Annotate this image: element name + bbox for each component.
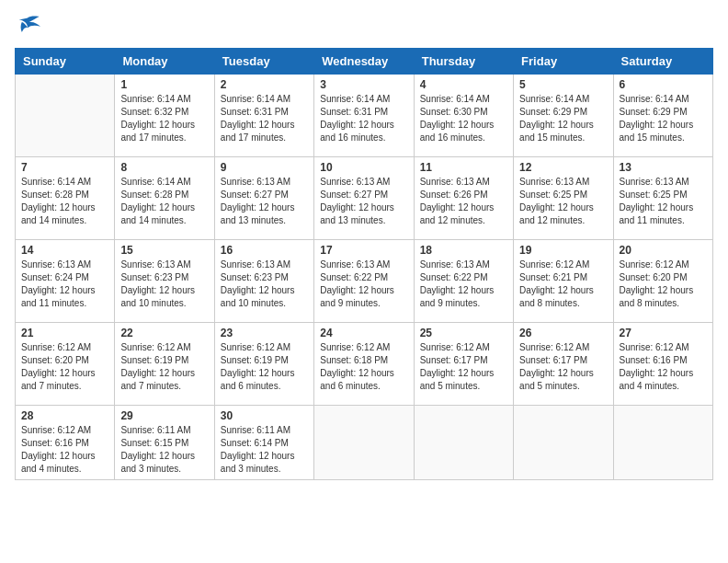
day-info: Sunrise: 6:13 AM Sunset: 6:22 PM Dayligh… xyxy=(320,259,407,310)
calendar-cell: 3Sunrise: 6:14 AM Sunset: 6:31 PM Daylig… xyxy=(314,75,414,157)
day-info: Sunrise: 6:13 AM Sunset: 6:24 PM Dayligh… xyxy=(21,259,108,310)
column-header-friday: Friday xyxy=(514,49,613,75)
day-info: Sunrise: 6:13 AM Sunset: 6:22 PM Dayligh… xyxy=(420,259,507,310)
day-number: 29 xyxy=(120,409,208,422)
day-info: Sunrise: 6:13 AM Sunset: 6:27 PM Dayligh… xyxy=(320,176,407,227)
day-info: Sunrise: 6:11 AM Sunset: 6:15 PM Dayligh… xyxy=(120,424,208,476)
calendar-header-row: SundayMondayTuesdayWednesdayThursdayFrid… xyxy=(16,49,713,75)
day-info: Sunrise: 6:13 AM Sunset: 6:26 PM Dayligh… xyxy=(420,176,507,227)
calendar-week-1: 1Sunrise: 6:14 AM Sunset: 6:32 PM Daylig… xyxy=(16,75,713,157)
calendar-cell: 1Sunrise: 6:14 AM Sunset: 6:32 PM Daylig… xyxy=(115,75,214,157)
day-info: Sunrise: 6:13 AM Sunset: 6:25 PM Dayligh… xyxy=(519,176,607,227)
calendar-cell: 11Sunrise: 6:13 AM Sunset: 6:26 PM Dayli… xyxy=(414,157,513,240)
day-number: 23 xyxy=(221,327,308,339)
day-info: Sunrise: 6:12 AM Sunset: 6:19 PM Dayligh… xyxy=(221,341,308,393)
calendar-cell xyxy=(613,406,712,480)
day-info: Sunrise: 6:14 AM Sunset: 6:29 PM Dayligh… xyxy=(519,93,607,144)
day-info: Sunrise: 6:14 AM Sunset: 6:28 PM Dayligh… xyxy=(120,176,208,227)
column-header-saturday: Saturday xyxy=(613,49,712,75)
calendar-cell: 27Sunrise: 6:12 AM Sunset: 6:16 PM Dayli… xyxy=(613,323,712,406)
calendar-cell: 24Sunrise: 6:12 AM Sunset: 6:18 PM Dayli… xyxy=(314,323,414,406)
day-info: Sunrise: 6:14 AM Sunset: 6:29 PM Dayligh… xyxy=(620,93,707,144)
day-info: Sunrise: 6:12 AM Sunset: 6:17 PM Dayligh… xyxy=(420,341,507,393)
column-header-monday: Monday xyxy=(115,49,214,75)
day-info: Sunrise: 6:12 AM Sunset: 6:16 PM Dayligh… xyxy=(21,424,108,476)
calendar-cell: 14Sunrise: 6:13 AM Sunset: 6:24 PM Dayli… xyxy=(16,240,115,323)
day-number: 6 xyxy=(620,78,707,91)
day-number: 8 xyxy=(120,161,208,174)
day-number: 28 xyxy=(21,409,108,422)
day-info: Sunrise: 6:12 AM Sunset: 6:21 PM Dayligh… xyxy=(519,259,607,310)
calendar-cell: 13Sunrise: 6:13 AM Sunset: 6:25 PM Dayli… xyxy=(613,157,712,240)
day-number: 25 xyxy=(420,327,507,339)
column-header-tuesday: Tuesday xyxy=(214,49,313,75)
calendar-cell xyxy=(514,406,613,480)
day-info: Sunrise: 6:13 AM Sunset: 6:23 PM Dayligh… xyxy=(120,259,208,310)
day-number: 4 xyxy=(420,78,507,91)
calendar-cell: 6Sunrise: 6:14 AM Sunset: 6:29 PM Daylig… xyxy=(613,75,712,157)
day-info: Sunrise: 6:14 AM Sunset: 6:31 PM Dayligh… xyxy=(221,93,308,144)
calendar-cell: 4Sunrise: 6:14 AM Sunset: 6:30 PM Daylig… xyxy=(414,75,513,157)
day-number: 13 xyxy=(620,161,707,174)
calendar-cell: 30Sunrise: 6:11 AM Sunset: 6:14 PM Dayli… xyxy=(214,406,313,480)
calendar-cell: 5Sunrise: 6:14 AM Sunset: 6:29 PM Daylig… xyxy=(514,75,613,157)
day-number: 26 xyxy=(519,327,607,339)
day-info: Sunrise: 6:11 AM Sunset: 6:14 PM Dayligh… xyxy=(221,424,308,476)
calendar-week-5: 28Sunrise: 6:12 AM Sunset: 6:16 PM Dayli… xyxy=(16,406,713,480)
day-info: Sunrise: 6:14 AM Sunset: 6:31 PM Dayligh… xyxy=(320,93,407,144)
calendar-cell: 2Sunrise: 6:14 AM Sunset: 6:31 PM Daylig… xyxy=(214,75,313,157)
day-info: Sunrise: 6:12 AM Sunset: 6:17 PM Dayligh… xyxy=(519,341,607,393)
day-info: Sunrise: 6:13 AM Sunset: 6:27 PM Dayligh… xyxy=(221,176,308,227)
day-number: 19 xyxy=(519,244,607,257)
day-number: 21 xyxy=(21,327,108,339)
calendar-table: SundayMondayTuesdayWednesdayThursdayFrid… xyxy=(15,48,713,480)
day-number: 17 xyxy=(320,244,407,257)
day-number: 24 xyxy=(320,327,407,339)
day-number: 12 xyxy=(519,161,607,174)
day-number: 14 xyxy=(21,244,108,257)
calendar-cell: 12Sunrise: 6:13 AM Sunset: 6:25 PM Dayli… xyxy=(514,157,613,240)
day-number: 5 xyxy=(519,78,607,91)
calendar-cell: 26Sunrise: 6:12 AM Sunset: 6:17 PM Dayli… xyxy=(514,323,613,406)
calendar-cell: 20Sunrise: 6:12 AM Sunset: 6:20 PM Dayli… xyxy=(613,240,712,323)
day-number: 30 xyxy=(221,409,308,422)
calendar-cell xyxy=(314,406,414,480)
day-number: 16 xyxy=(221,244,308,257)
column-header-sunday: Sunday xyxy=(16,49,115,75)
calendar-cell: 16Sunrise: 6:13 AM Sunset: 6:23 PM Dayli… xyxy=(214,240,313,323)
page-header xyxy=(15,15,713,37)
day-number: 10 xyxy=(320,161,407,174)
calendar-cell: 29Sunrise: 6:11 AM Sunset: 6:15 PM Dayli… xyxy=(115,406,214,480)
day-info: Sunrise: 6:12 AM Sunset: 6:20 PM Dayligh… xyxy=(21,341,108,393)
day-number: 15 xyxy=(120,244,208,257)
day-number: 2 xyxy=(221,78,308,91)
calendar-cell: 8Sunrise: 6:14 AM Sunset: 6:28 PM Daylig… xyxy=(115,157,214,240)
day-number: 20 xyxy=(620,244,707,257)
calendar-cell: 19Sunrise: 6:12 AM Sunset: 6:21 PM Dayli… xyxy=(514,240,613,323)
calendar-cell: 9Sunrise: 6:13 AM Sunset: 6:27 PM Daylig… xyxy=(214,157,313,240)
day-info: Sunrise: 6:13 AM Sunset: 6:25 PM Dayligh… xyxy=(620,176,707,227)
calendar-cell: 10Sunrise: 6:13 AM Sunset: 6:27 PM Dayli… xyxy=(314,157,414,240)
calendar-cell: 18Sunrise: 6:13 AM Sunset: 6:22 PM Dayli… xyxy=(414,240,513,323)
day-number: 7 xyxy=(21,161,108,174)
calendar-week-2: 7Sunrise: 6:14 AM Sunset: 6:28 PM Daylig… xyxy=(16,157,713,240)
day-number: 1 xyxy=(120,78,208,91)
calendar-cell xyxy=(414,406,513,480)
calendar-cell: 22Sunrise: 6:12 AM Sunset: 6:19 PM Dayli… xyxy=(115,323,214,406)
logo-icon xyxy=(15,15,40,37)
day-info: Sunrise: 6:12 AM Sunset: 6:19 PM Dayligh… xyxy=(120,341,208,393)
calendar-cell: 17Sunrise: 6:13 AM Sunset: 6:22 PM Dayli… xyxy=(314,240,414,323)
day-number: 3 xyxy=(320,78,407,91)
day-info: Sunrise: 6:12 AM Sunset: 6:16 PM Dayligh… xyxy=(620,341,707,393)
calendar-cell xyxy=(16,75,115,157)
calendar-cell: 7Sunrise: 6:14 AM Sunset: 6:28 PM Daylig… xyxy=(16,157,115,240)
calendar-cell: 28Sunrise: 6:12 AM Sunset: 6:16 PM Dayli… xyxy=(16,406,115,480)
day-info: Sunrise: 6:12 AM Sunset: 6:20 PM Dayligh… xyxy=(620,259,707,310)
calendar-cell: 21Sunrise: 6:12 AM Sunset: 6:20 PM Dayli… xyxy=(16,323,115,406)
day-info: Sunrise: 6:14 AM Sunset: 6:30 PM Dayligh… xyxy=(420,93,507,144)
column-header-wednesday: Wednesday xyxy=(314,49,414,75)
day-number: 9 xyxy=(221,161,308,174)
column-header-thursday: Thursday xyxy=(414,49,513,75)
day-info: Sunrise: 6:14 AM Sunset: 6:32 PM Dayligh… xyxy=(120,93,208,144)
calendar-week-3: 14Sunrise: 6:13 AM Sunset: 6:24 PM Dayli… xyxy=(16,240,713,323)
